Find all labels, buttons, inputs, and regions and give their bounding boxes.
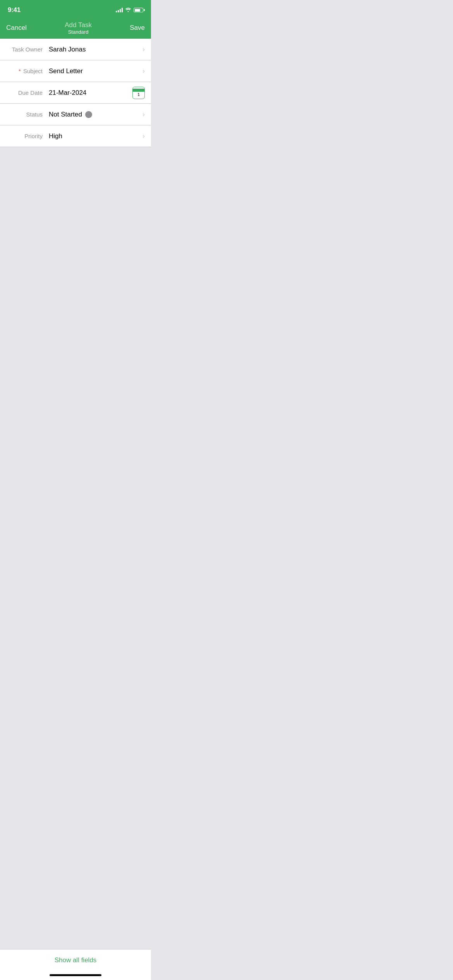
status-chevron-icon: › [142, 110, 145, 118]
due-date-label: Due Date [6, 89, 49, 96]
status-value: Not Started [49, 111, 142, 118]
priority-chevron-icon: › [142, 132, 145, 140]
wifi-icon [125, 7, 131, 13]
nav-center: Add Task Standard [65, 21, 92, 35]
subject-label: * Subject [6, 68, 49, 74]
due-date-value: 21-Mar-2024 [49, 89, 132, 97]
task-owner-value: Sarah Jonas [49, 46, 142, 53]
calendar-icon[interactable]: 1 [132, 87, 145, 99]
subject-chevron-icon: › [142, 67, 145, 75]
required-star-icon: * [19, 68, 21, 74]
task-owner-label: Task Owner [6, 46, 49, 53]
navigation-bar: Cancel Add Task Standard Save [0, 17, 151, 39]
status-label: Status [6, 111, 49, 118]
save-button[interactable]: Save [130, 24, 145, 32]
priority-row[interactable]: Priority High › [0, 125, 151, 147]
battery-icon [134, 8, 143, 12]
status-icons [116, 7, 143, 13]
priority-value: High [49, 132, 142, 140]
priority-label: Priority [6, 133, 49, 139]
signal-icon [116, 8, 123, 12]
task-owner-row[interactable]: Task Owner Sarah Jonas › [0, 39, 151, 60]
subject-row[interactable]: * Subject Send Letter › [0, 60, 151, 82]
task-owner-chevron-icon: › [142, 45, 145, 53]
empty-area [0, 147, 151, 302]
form-container: Task Owner Sarah Jonas › * Subject Send … [0, 39, 151, 147]
calendar-day-number: 1 [137, 93, 140, 97]
due-date-row[interactable]: Due Date 21-Mar-2024 1 [0, 82, 151, 104]
nav-title: Add Task [65, 21, 92, 29]
cancel-button[interactable]: Cancel [6, 24, 27, 32]
status-dot-icon [85, 111, 92, 118]
status-row[interactable]: Status Not Started › [0, 104, 151, 125]
status-bar: 9:41 [0, 0, 151, 17]
nav-subtitle: Standard [68, 29, 89, 35]
subject-value: Send Letter [49, 67, 142, 75]
status-time: 9:41 [8, 6, 21, 14]
